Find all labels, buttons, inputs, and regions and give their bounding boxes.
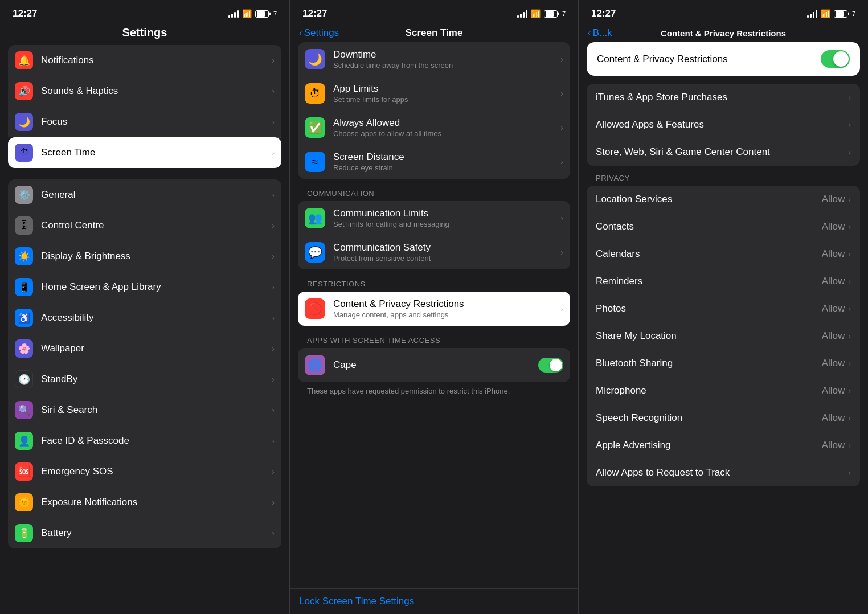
calendars-value: Allow <box>822 248 845 260</box>
sidebar-item-wallpaper[interactable]: 🌸 Wallpaper › <box>8 333 281 364</box>
itunes-label: iTunes & App Store Purchases <box>596 92 848 103</box>
right-item-contacts[interactable]: Contacts Allow › <box>587 213 860 240</box>
right-item-reminders[interactable]: Reminders Allow › <box>587 268 860 295</box>
screen-item-content-privacy[interactable]: 🚫 Content & Privacy Restrictions Manage … <box>298 292 570 326</box>
right-item-speech-recognition[interactable]: Speech Recognition Allow › <box>587 404 860 432</box>
sidebar-item-emergency-sos[interactable]: 🆘 Emergency SOS › <box>8 456 281 487</box>
apple-advertising-label: Apple Advertising <box>596 440 822 451</box>
screen-distance-sub: Reduce eye strain <box>333 163 560 172</box>
screen-item-always-allowed[interactable]: ✅ Always Allowed Choose apps to allow at… <box>298 110 570 145</box>
content-privacy-toggle[interactable] <box>821 50 850 68</box>
cape-title: Cape <box>333 359 538 371</box>
right-nav-back[interactable]: ‹ B...k <box>588 27 612 39</box>
sidebar-item-sounds[interactable]: 🔊 Sounds & Haptics › <box>8 76 281 107</box>
right-item-allowed-apps[interactable]: Allowed Apps & Features › <box>587 111 860 138</box>
right-status-bar: 12:27 📶 7 <box>579 0 868 24</box>
share-location-label: Share My Location <box>596 330 822 342</box>
left-panel: 12:27 📶 7 Settings 🔔 Notifications › <box>0 0 289 614</box>
right-item-calendars[interactable]: Calendars Allow › <box>587 240 860 268</box>
app-limits-chevron: › <box>560 89 563 98</box>
right-item-photos[interactable]: Photos Allow › <box>587 295 860 322</box>
screen-item-screen-distance[interactable]: ≈ Screen Distance Reduce eye strain › <box>298 145 570 179</box>
sounds-chevron: › <box>272 87 275 96</box>
exposure-icon: 🌞 <box>15 493 33 511</box>
sidebar-item-face-id[interactable]: 👤 Face ID & Passcode › <box>8 425 281 456</box>
left-status-bar: 12:27 📶 7 <box>0 0 289 24</box>
right-item-apple-advertising[interactable]: Apple Advertising Allow › <box>587 432 860 459</box>
screen-item-downtime[interactable]: 🌙 Downtime Schedule time away from the s… <box>298 42 570 76</box>
right-item-microphone[interactable]: Microphone Allow › <box>587 377 860 404</box>
sidebar-item-standby[interactable]: 🕐 StandBy › <box>8 364 281 395</box>
general-label: General <box>41 189 272 200</box>
always-allowed-icon: ✅ <box>305 117 325 138</box>
notifications-label: Notifications <box>41 55 272 66</box>
right-item-location-services[interactable]: Location Services Allow › <box>587 186 860 213</box>
sidebar-item-focus[interactable]: 🌙 Focus › <box>8 107 281 137</box>
right-item-bluetooth[interactable]: Bluetooth Sharing Allow › <box>587 350 860 377</box>
apple-advertising-value: Allow <box>822 440 845 451</box>
display-label: Display & Brightness <box>41 251 272 262</box>
group2: ⚙️ General › 🎛 Control Centre › ☀️ Displ… <box>8 179 281 548</box>
right-battery-num: 7 <box>852 10 855 17</box>
lock-screen-link[interactable]: Lock Screen Time Settings <box>290 588 578 614</box>
right-item-store-web[interactable]: Store, Web, Siri & Game Center Content › <box>587 138 860 166</box>
left-page-title: Settings <box>0 24 289 45</box>
right-wifi-icon: 📶 <box>821 9 830 18</box>
comm-limits-sub: Set limits for calling and messaging <box>333 220 560 228</box>
sidebar-item-display[interactable]: ☀️ Display & Brightness › <box>8 241 281 272</box>
screen-distance-icon: ≈ <box>305 152 325 172</box>
comm-limits-chevron: › <box>560 214 563 223</box>
right-item-itunes[interactable]: iTunes & App Store Purchases › <box>587 84 860 111</box>
sidebar-item-accessibility[interactable]: ♿ Accessibility › <box>8 302 281 333</box>
location-services-label: Location Services <box>596 194 822 205</box>
cape-toggle[interactable] <box>538 358 563 373</box>
sounds-icon: 🔊 <box>15 82 33 100</box>
comm-safety-icon: 💬 <box>305 242 325 263</box>
sidebar-item-siri-search[interactable]: 🔍 Siri & Search › <box>8 395 281 425</box>
downtime-title: Downtime <box>333 49 560 60</box>
always-allowed-sub: Choose apps to allow at all times <box>333 129 560 138</box>
screen-item-cape[interactable]: 🌀 Cape <box>298 348 570 382</box>
privacy-group: Location Services Allow › Contacts Allow… <box>587 186 860 486</box>
sidebar-item-home-screen[interactable]: 📱 Home Screen & App Library › <box>8 272 281 302</box>
left-status-icons: 📶 7 <box>228 9 277 18</box>
notifications-chevron: › <box>272 56 275 65</box>
screen-distance-chevron: › <box>560 157 563 166</box>
apps-group: 🌀 Cape <box>298 348 570 382</box>
battery-label: Battery <box>41 527 272 539</box>
emergency-sos-icon: 🆘 <box>15 462 33 481</box>
screen-item-comm-limits[interactable]: 👥 Communication Limits Set limits for ca… <box>298 201 570 235</box>
right-nav-title: Content & Privacy Restrictions <box>661 28 786 38</box>
sidebar-item-control-centre[interactable]: 🎛 Control Centre › <box>8 210 281 241</box>
screen-item-comm-safety[interactable]: 💬 Communication Safety Protect from sens… <box>298 235 570 269</box>
right-back-chevron-icon: ‹ <box>588 27 591 39</box>
right-panel: 12:27 📶 7 ‹ B...k Content & Privacy Rest… <box>579 0 868 614</box>
middle-nav-back[interactable]: ‹ Settings <box>299 27 339 39</box>
reminders-label: Reminders <box>596 276 822 287</box>
sidebar-item-battery[interactable]: 🔋 Battery › <box>8 518 281 548</box>
left-status-time: 12:27 <box>13 8 37 19</box>
content-privacy-toggle-card: Content & Privacy Restrictions <box>587 42 860 76</box>
right-item-allow-apps-request[interactable]: Allow Apps to Request to Track › <box>587 459 860 486</box>
screen-item-app-limits[interactable]: ⏱ App Limits Set time limits for apps › <box>298 76 570 110</box>
siri-icon: 🔍 <box>15 401 33 419</box>
sidebar-item-general[interactable]: ⚙️ General › <box>8 179 281 210</box>
sidebar-item-exposure[interactable]: 🌞 Exposure Notifications › <box>8 487 281 518</box>
right-item-share-location[interactable]: Share My Location Allow › <box>587 322 860 350</box>
sidebar-item-screen-time[interactable]: ⏱ Screen Time › <box>8 137 281 168</box>
always-allowed-title: Always Allowed <box>333 117 560 129</box>
photos-value: Allow <box>822 303 845 314</box>
screen-time-icon: ⏱ <box>15 144 33 162</box>
reminders-value: Allow <box>822 276 845 287</box>
wifi-icon: 📶 <box>242 9 252 18</box>
display-icon: ☀️ <box>15 247 33 265</box>
comm-safety-title: Communication Safety <box>333 242 560 253</box>
app-limits-title: App Limits <box>333 83 560 95</box>
downtime-icon: 🌙 <box>305 49 325 69</box>
battery-num: 7 <box>273 10 277 17</box>
content-privacy-title: Content & Privacy Restrictions <box>333 298 560 310</box>
sidebar-item-notifications[interactable]: 🔔 Notifications › <box>8 45 281 76</box>
top-restrictions-group: iTunes & App Store Purchases › Allowed A… <box>587 84 860 166</box>
content-privacy-sub: Manage content, apps and settings <box>333 310 560 319</box>
face-id-label: Face ID & Passcode <box>41 435 272 447</box>
